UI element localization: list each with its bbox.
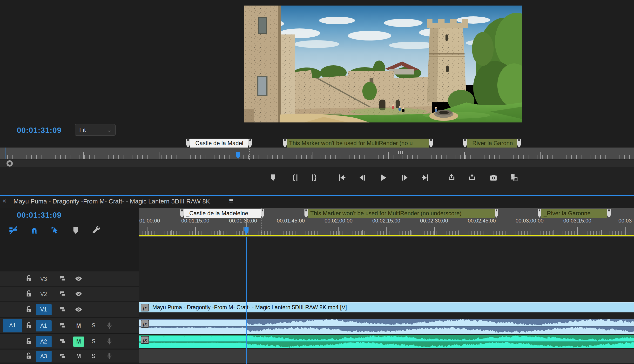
fx-badge: fx <box>141 304 149 312</box>
add-marker-button[interactable] <box>268 172 279 183</box>
voiceover-record-button[interactable] <box>104 318 114 333</box>
solo-toggle[interactable]: S <box>89 334 98 348</box>
add-marker-button[interactable] <box>70 225 81 236</box>
eye-icon <box>75 275 82 282</box>
marker-label: _River la Garonne <box>541 209 607 218</box>
track-output-toggle[interactable] <box>74 302 84 317</box>
source-patch-a1[interactable]: A1 <box>3 319 22 332</box>
timeline-marker[interactable]: _River la Garonne <box>538 209 610 218</box>
voiceover-record-button[interactable] <box>104 350 114 362</box>
panel-menu-icon[interactable]: ≡ <box>229 196 233 205</box>
ruler-mid-tick <box>219 230 220 235</box>
linked-selection-button[interactable] <box>50 225 60 236</box>
sequence-tab-title[interactable]: Mayu Puma - Dragonfly -From M- Craft- - … <box>14 198 210 205</box>
program-marker[interactable]: _River la Garonn <box>463 138 521 148</box>
timeline-tracks-area[interactable]: fx Mayu Puma - Dragonfly -From M- Craft-… <box>139 237 634 364</box>
insert-overwrite-as-nest-icon <box>9 226 18 235</box>
eye-icon <box>75 306 82 314</box>
track-target-a2[interactable]: A2 <box>36 336 52 347</box>
program-marker[interactable]: _Castle de la Madel <box>186 138 252 148</box>
ruler-major-tick <box>84 152 84 158</box>
track-header-v3[interactable]: V3 <box>0 272 139 286</box>
step-back-button[interactable] <box>356 172 368 183</box>
sync-lock-toggle[interactable] <box>58 272 68 286</box>
track-output-toggle[interactable] <box>74 287 84 301</box>
track-target-a1[interactable]: A1 <box>36 320 52 332</box>
zoom-scrollbar-handle[interactable] <box>6 160 13 166</box>
add-marker-icon <box>71 226 80 235</box>
clip-a1-audio[interactable]: fx <box>139 319 634 334</box>
track-header-v1[interactable]: V1 <box>0 302 139 318</box>
timeline-settings-button[interactable] <box>91 225 102 236</box>
timeline-ruler-strip[interactable]: _Castle de la MadeleineThis Marker won't… <box>139 208 634 237</box>
track-target-v2[interactable]: V2 <box>36 288 52 300</box>
ruler-major-tick <box>434 227 435 235</box>
program-mini-timeline-ruler[interactable] <box>0 148 634 160</box>
mute-label: M <box>76 322 81 329</box>
track-lock-toggle[interactable] <box>24 272 34 286</box>
clip-v1-video[interactable]: fx Mayu Puma - Dragonfly -From M- Craft-… <box>139 302 634 312</box>
comparison-view-button[interactable] <box>509 172 520 183</box>
export-frame-button[interactable] <box>488 172 499 183</box>
insert-overwrite-as-nest-button[interactable] <box>8 225 18 236</box>
track-target-v1[interactable]: V1 <box>36 304 52 315</box>
extract-button[interactable] <box>466 172 478 183</box>
mark-in-button[interactable] <box>289 172 300 183</box>
lift-icon <box>447 173 456 182</box>
mic-icon <box>106 338 113 345</box>
track-output-toggle[interactable] <box>74 272 84 286</box>
program-video-preview <box>244 6 522 122</box>
voiceover-record-button[interactable] <box>104 334 114 348</box>
sync-lock-toggle[interactable] <box>58 318 68 333</box>
premiere-pro-window: 00:01:31:09 Fit ⌄ _Castle de la MadelThi… <box>0 0 634 364</box>
solo-toggle[interactable]: S <box>89 318 98 333</box>
track-header-a1[interactable]: A1A1MS <box>0 318 139 334</box>
track-target-v3[interactable]: V3 <box>36 273 52 284</box>
mute-toggle[interactable]: M <box>73 351 84 361</box>
sync-lock-toggle[interactable] <box>58 350 68 362</box>
zoom-level-select[interactable]: Fit ⌄ <box>75 124 116 136</box>
snap-button[interactable] <box>29 225 40 236</box>
track-header-a2[interactable]: A2MS <box>0 334 139 349</box>
sync-lock-toggle[interactable] <box>58 302 68 317</box>
lift-button[interactable] <box>446 172 457 183</box>
playhead-line[interactable] <box>246 237 246 364</box>
mute-toggle[interactable]: M <box>73 321 84 331</box>
mark-out-icon <box>310 173 319 182</box>
play-button[interactable] <box>378 172 388 183</box>
go-to-out-button[interactable] <box>420 172 431 183</box>
clip-a2-audio[interactable]: fx <box>139 335 634 348</box>
track-target-a3[interactable]: A3 <box>36 351 52 362</box>
step-forward-button[interactable] <box>400 172 410 183</box>
close-panel-icon[interactable]: × <box>2 197 6 205</box>
ruler-major-tick <box>617 152 617 158</box>
track-lock-toggle[interactable] <box>24 302 34 317</box>
sync-lock-toggle[interactable] <box>58 334 68 348</box>
track-lock-toggle[interactable] <box>24 350 34 362</box>
program-zoom-scrollbar[interactable] <box>0 160 634 167</box>
timeline-marker[interactable]: This Marker won't be used for MultiRende… <box>304 209 498 218</box>
track-a3-lane[interactable] <box>139 349 634 363</box>
track-lock-toggle[interactable] <box>24 287 34 301</box>
chevron-down-icon: ⌄ <box>106 127 112 133</box>
track-header-a3[interactable]: A3MS <box>0 350 139 363</box>
timeline-marker[interactable]: _Castle de la Madeleine <box>180 209 264 218</box>
mark-out-button[interactable] <box>309 172 320 183</box>
track-lock-toggle[interactable] <box>24 334 34 348</box>
ruler-grabber-icon[interactable] <box>398 151 404 154</box>
work-area-bar[interactable] <box>139 235 634 236</box>
timeline-timecode[interactable]: 00:01:31:09 <box>17 211 62 220</box>
program-start-indicator <box>6 148 6 159</box>
track-lock-toggle[interactable] <box>24 318 34 333</box>
marker-label: _Castle de la Madeleine <box>184 209 261 218</box>
track-headers: V3V2V1A1A1MSA2MSA3MS <box>0 272 139 364</box>
program-timecode[interactable]: 00:01:31:09 <box>17 126 62 135</box>
ruler-mid-tick <box>506 230 506 235</box>
mute-label: M <box>76 338 81 345</box>
program-marker[interactable]: This Marker won't be used for MultiRende… <box>283 138 433 148</box>
sync-lock-toggle[interactable] <box>58 287 68 301</box>
track-header-v2[interactable]: V2 <box>0 287 139 301</box>
mute-toggle[interactable]: M <box>73 336 84 347</box>
go-to-in-button[interactable] <box>336 172 347 183</box>
solo-toggle[interactable]: S <box>89 350 98 362</box>
